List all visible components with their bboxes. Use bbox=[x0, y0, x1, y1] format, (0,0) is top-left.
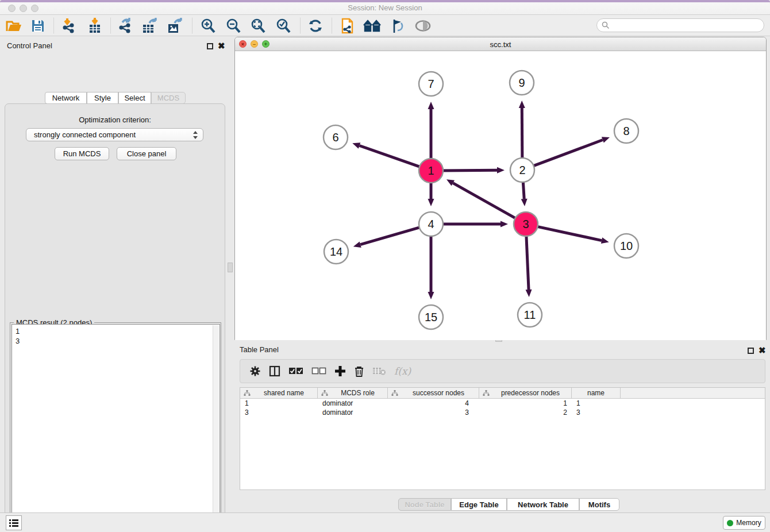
graph-arrowhead bbox=[353, 241, 361, 248]
memory-button[interactable]: Memory bbox=[723, 516, 765, 530]
run-mcds-button[interactable]: Run MCDS bbox=[55, 147, 109, 160]
zoom-fit-button[interactable] bbox=[248, 17, 268, 34]
vertical-splitter-handle[interactable] bbox=[228, 263, 233, 272]
zoom-selected-button[interactable] bbox=[273, 17, 294, 34]
table-cell[interactable]: 3 bbox=[572, 408, 621, 417]
table-cell[interactable]: 3 bbox=[388, 408, 479, 417]
graph-arrowhead bbox=[602, 137, 610, 142]
export-image-button[interactable] bbox=[165, 17, 186, 34]
home-icon bbox=[363, 18, 382, 33]
table-delete-table-button[interactable] bbox=[372, 367, 386, 376]
result-scrollbar[interactable] bbox=[213, 325, 219, 532]
close-panel-icon[interactable]: ✖ bbox=[218, 43, 225, 49]
home-button[interactable] bbox=[362, 17, 383, 34]
table-row[interactable]: 3 dominator 3 2 3 bbox=[240, 408, 765, 417]
close-table-panel-icon[interactable]: ✖ bbox=[759, 347, 766, 353]
columns-icon bbox=[269, 365, 280, 377]
network-titlebar: × – + scc.txt bbox=[235, 37, 766, 51]
graph-edge-1-2[interactable] bbox=[441, 170, 497, 171]
import-network-button[interactable] bbox=[58, 17, 79, 34]
criterion-dropdown[interactable]: strongly connected component bbox=[26, 128, 203, 141]
float-table-panel-icon[interactable] bbox=[748, 346, 754, 356]
graph-edge-3-1[interactable] bbox=[453, 183, 517, 219]
task-history-button[interactable] bbox=[6, 515, 22, 530]
plus-icon bbox=[334, 365, 346, 377]
gear-icon bbox=[249, 365, 261, 377]
toolbar-separator bbox=[332, 18, 332, 33]
unchecked-boxes-icon bbox=[311, 367, 326, 375]
mcds-result-text[interactable]: 1 3 bbox=[11, 324, 220, 532]
tab-node-table[interactable]: Node Table bbox=[398, 498, 451, 511]
eye-toggle-button[interactable] bbox=[413, 17, 433, 34]
tab-network-table[interactable]: Network Table bbox=[507, 498, 579, 511]
import-table-button[interactable] bbox=[84, 17, 105, 34]
eye-icon bbox=[414, 19, 432, 33]
table-cell[interactable]: 1 bbox=[479, 399, 572, 408]
search-input[interactable] bbox=[596, 18, 764, 32]
table-columns-button[interactable] bbox=[269, 365, 280, 377]
open-file-button[interactable] bbox=[3, 17, 24, 34]
table-select-all-button[interactable] bbox=[288, 367, 303, 375]
graph-arrowhead bbox=[601, 237, 609, 244]
refresh-icon bbox=[307, 18, 324, 34]
table-delete-button[interactable] bbox=[354, 365, 364, 377]
zoom-out-button[interactable] bbox=[223, 17, 244, 34]
graph-edge-2-3[interactable] bbox=[523, 180, 524, 199]
graph-edge-2-8[interactable] bbox=[532, 140, 603, 166]
close-panel-button[interactable]: Close panel bbox=[117, 147, 176, 160]
column-header-predecessor-nodes[interactable]: predecessor nodes bbox=[479, 388, 572, 398]
float-panel-icon[interactable] bbox=[207, 41, 213, 52]
graph-edge-1-6[interactable] bbox=[360, 146, 421, 168]
tab-motifs[interactable]: Motifs bbox=[579, 498, 619, 511]
tab-network[interactable]: Network bbox=[45, 92, 87, 104]
table-cell[interactable]: dominator bbox=[318, 408, 388, 417]
table-cell[interactable]: 1 bbox=[572, 399, 621, 408]
column-header-name[interactable]: name bbox=[572, 388, 621, 398]
network-canvas[interactable]: 7968124314101511 bbox=[235, 51, 766, 340]
refresh-button[interactable] bbox=[305, 17, 326, 34]
column-header-mcds-role[interactable]: MCDS role bbox=[318, 388, 388, 398]
tab-style[interactable]: Style bbox=[87, 92, 118, 104]
graph-edge-2-9[interactable] bbox=[522, 108, 522, 160]
control-panel: Control Panel ✖ Network Style Select MCD… bbox=[0, 36, 227, 511]
table-add-button[interactable] bbox=[334, 365, 346, 377]
import-network-icon bbox=[60, 18, 76, 34]
graph-node-label: 15 bbox=[425, 311, 437, 323]
graph-node-label: 10 bbox=[620, 240, 633, 252]
memory-status-icon bbox=[727, 520, 733, 526]
graph-edge-3-10[interactable] bbox=[536, 226, 602, 241]
tab-edge-table[interactable]: Edge Table bbox=[451, 498, 507, 511]
table-deselect-all-button[interactable] bbox=[311, 367, 326, 375]
toolbar-separator bbox=[110, 18, 111, 33]
tab-mcds[interactable]: MCDS bbox=[151, 92, 186, 104]
table-row[interactable]: 1 dominator 4 1 1 bbox=[240, 399, 765, 408]
column-header-shared-name[interactable]: shared name bbox=[240, 388, 318, 398]
export-table-icon bbox=[141, 18, 159, 34]
table-cell[interactable]: 3 bbox=[240, 408, 318, 417]
network-from-file-button[interactable] bbox=[337, 17, 357, 34]
function-builder-button[interactable]: f(x) bbox=[394, 365, 411, 377]
export-network-button[interactable] bbox=[114, 17, 135, 34]
titlebar-accent-strip bbox=[0, 0, 770, 2]
control-panel-title: Control Panel bbox=[7, 41, 52, 50]
open-folder-icon bbox=[6, 18, 22, 33]
zoom-fit-icon bbox=[250, 18, 266, 34]
graph-edge-4-14[interactable] bbox=[360, 227, 421, 245]
save-session-button[interactable] bbox=[28, 17, 48, 34]
zoom-out-icon bbox=[225, 18, 241, 34]
graph-edge-3-11[interactable] bbox=[526, 234, 529, 290]
table-cell[interactable]: dominator bbox=[318, 399, 388, 408]
table-cell[interactable]: 4 bbox=[388, 399, 479, 408]
graph-arrowhead bbox=[500, 221, 508, 228]
flag-toggle-button[interactable] bbox=[387, 17, 408, 34]
main-titlebar: Session: New Session bbox=[0, 0, 770, 15]
column-header-successor-nodes[interactable]: successor nodes bbox=[388, 388, 479, 398]
import-table-icon bbox=[87, 18, 103, 34]
table-cell[interactable]: 1 bbox=[240, 399, 318, 408]
zoom-in-button[interactable] bbox=[198, 17, 218, 34]
export-table-button[interactable] bbox=[140, 17, 160, 34]
table-settings-button[interactable] bbox=[249, 365, 261, 377]
graph-node-label: 2 bbox=[519, 164, 525, 176]
tab-select[interactable]: Select bbox=[118, 92, 151, 104]
table-cell[interactable]: 2 bbox=[479, 408, 572, 417]
